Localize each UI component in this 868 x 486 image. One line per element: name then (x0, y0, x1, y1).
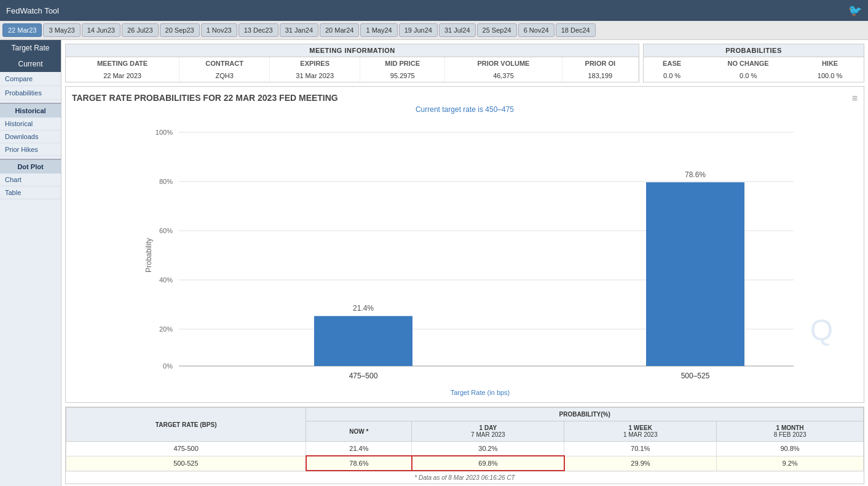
meeting-col-prior-oi: PRIOR OI (562, 57, 638, 70)
date-tab-20Sep23[interactable]: 20 Sep23 (160, 23, 200, 37)
meeting-table: MEETING DATECONTRACTEXPIRESMID PRICEPRIO… (66, 57, 639, 82)
sidebar-item-compare[interactable]: Compare (0, 72, 61, 86)
meeting-cell: ZQH3 (180, 70, 270, 82)
meeting-cell: 22 Mar 2023 (66, 70, 180, 82)
chart-subtitle: Current target rate is 450–475 (72, 105, 858, 114)
data-table-cell: 78.6% (306, 456, 412, 471)
data-table-cell: 70.1% (564, 442, 717, 456)
sidebar-sub-downloads[interactable]: Downloads (0, 130, 61, 143)
chart-title: TARGET RATE PROBABILITIES FOR 22 MAR 202… (72, 93, 858, 103)
data-table-cell: 475-500 (66, 442, 306, 456)
prob-cell: 0.0 % (644, 70, 700, 82)
date-tab-20Mar24[interactable]: 20 Mar24 (320, 23, 359, 37)
svg-text:21.4%: 21.4% (353, 304, 374, 313)
date-tabs-bar: 22 Mar233 May2314 Jun2326 Jul2320 Sep231… (0, 21, 868, 40)
twitter-icon: 🐦 (848, 4, 862, 17)
bar-500-525 (646, 182, 744, 366)
sidebar: Target RateCurrentCompareProbabilitiesHi… (0, 40, 61, 486)
data-table-cell: 90.8% (717, 442, 864, 456)
svg-text:80%: 80% (159, 178, 173, 185)
svg-text:60%: 60% (159, 227, 173, 234)
svg-text:475–500: 475–500 (349, 372, 378, 380)
meeting-col-contract: CONTRACT (180, 57, 270, 70)
prob-col-no change: NO CHANGE (700, 57, 796, 70)
data-table-area: TARGET RATE (BPS)PROBABILITY(%)NOW *1 DA… (65, 407, 864, 484)
sidebar-header-current[interactable]: Current (0, 56, 61, 72)
prob-col-ease: EASE (644, 57, 700, 70)
data-table-cell: 21.4% (306, 442, 412, 456)
chart-area: TARGET RATE PROBABILITIES FOR 22 MAR 202… (65, 86, 864, 403)
date-tab-1May24[interactable]: 1 May24 (360, 23, 397, 37)
bar-chart: 100% 80% 60% 40% 20% 0% (103, 120, 858, 384)
titlebar: FedWatch Tool 🐦 (0, 0, 868, 21)
date-tab-31Jul24[interactable]: 31 Jul24 (439, 23, 476, 37)
data-table-cell: 500-525 (66, 456, 306, 471)
sidebar-sub-prior-hikes[interactable]: Prior Hikes (0, 143, 61, 156)
meeting-col-meeting-date: MEETING DATE (66, 57, 180, 70)
date-tab-31Jan24[interactable]: 31 Jan24 (280, 23, 318, 37)
date-tab-13Dec23[interactable]: 13 Dec23 (239, 23, 278, 37)
data-table-row: 475-50021.4%30.2%70.1%90.8% (66, 442, 864, 456)
data-table: TARGET RATE (BPS)PROBABILITY(%)NOW *1 DA… (66, 407, 864, 471)
sidebar-sub-table[interactable]: Table (0, 186, 61, 199)
sidebar-group-dot-plot: Dot Plot (0, 159, 61, 173)
meeting-info-title: MEETING INFORMATION (66, 44, 639, 57)
dt-prob-header: PROBABILITY(%) (306, 408, 864, 421)
date-tab-18Dec24[interactable]: 18 Dec24 (556, 23, 596, 37)
footnote: * Data as of 8 Mar 2023 06:16:26 CT (66, 471, 864, 484)
dt-time-col: NOW * (306, 421, 412, 442)
date-tab-3May23[interactable]: 3 May23 (43, 23, 80, 37)
date-tab-1Nov23[interactable]: 1 Nov23 (201, 23, 237, 37)
date-tab-26Jul23[interactable]: 26 Jul23 (122, 23, 159, 37)
meeting-cell: 46,375 (445, 70, 562, 82)
sidebar-group-historical: Historical (0, 103, 61, 118)
chart-menu-icon[interactable]: ≡ (852, 93, 858, 104)
meeting-col-expires: EXPIRES (270, 57, 360, 70)
svg-text:40%: 40% (159, 276, 173, 284)
sidebar-sub-chart[interactable]: Chart (0, 173, 61, 186)
dt-time-col: 1 DAY7 MAR 2023 (412, 421, 564, 442)
date-tab-22Mar23[interactable]: 22 Mar23 (2, 23, 42, 37)
data-table-cell: 69.8% (412, 456, 564, 471)
date-tab-14Jun23[interactable]: 14 Jun23 (82, 23, 120, 37)
x-axis-label: Target Rate (in bps) (103, 389, 858, 396)
data-table-cell: 29.9% (564, 456, 717, 471)
meeting-col-mid-price: MID PRICE (360, 57, 445, 70)
meeting-cell: 183,199 (562, 70, 638, 82)
meeting-cell: 95.2975 (360, 70, 445, 82)
top-panels: MEETING INFORMATION MEETING DATECONTRACT… (65, 44, 864, 82)
content-area: MEETING INFORMATION MEETING DATECONTRACT… (61, 40, 868, 486)
svg-text:500–525: 500–525 (681, 372, 710, 380)
dt-time-col: 1 WEEK1 MAR 2023 (564, 421, 717, 442)
meeting-cell: 31 Mar 2023 (270, 70, 360, 82)
svg-text:0%: 0% (163, 362, 173, 370)
prob-title: PROBABILITIES (644, 44, 864, 57)
prob-cell: 100.0 % (796, 70, 864, 82)
svg-text:100%: 100% (156, 129, 173, 136)
sidebar-header-target-rate[interactable]: Target Rate (0, 40, 61, 56)
sidebar-sub-historical[interactable]: Historical (0, 118, 61, 130)
prob-col-hike: HIKE (796, 57, 864, 70)
bar-475-500 (314, 316, 412, 366)
data-table-cell: 9.2% (717, 456, 864, 471)
date-tab-19Jun24[interactable]: 19 Jun24 (399, 23, 438, 37)
meeting-col-prior-volume: PRIOR VOLUME (445, 57, 562, 70)
date-tab-6Nov24[interactable]: 6 Nov24 (518, 23, 554, 37)
svg-text:20%: 20% (159, 325, 173, 333)
meeting-info-panel: MEETING INFORMATION MEETING DATECONTRACT… (65, 44, 639, 82)
probabilities-panel: PROBABILITIES EASENO CHANGEHIKE 0.0 %0.0… (643, 44, 864, 82)
data-table-row: 500-52578.6%69.8%29.9%9.2% (66, 456, 864, 471)
prob-table: EASENO CHANGEHIKE 0.0 %0.0 %100.0 % (644, 57, 864, 82)
app-title: FedWatch Tool (6, 6, 59, 15)
data-table-cell: 30.2% (412, 442, 564, 456)
dt-time-col: 1 MONTH8 FEB 2023 (717, 421, 864, 442)
main-layout: Target RateCurrentCompareProbabilitiesHi… (0, 40, 868, 486)
date-tab-25Sep24[interactable]: 25 Sep24 (477, 23, 517, 37)
sidebar-item-probabilities[interactable]: Probabilities (0, 86, 61, 100)
svg-text:Probability: Probability (144, 238, 153, 273)
prob-cell: 0.0 % (700, 70, 796, 82)
svg-text:78.6%: 78.6% (685, 170, 706, 179)
dt-rate-header: TARGET RATE (BPS) (66, 408, 306, 442)
